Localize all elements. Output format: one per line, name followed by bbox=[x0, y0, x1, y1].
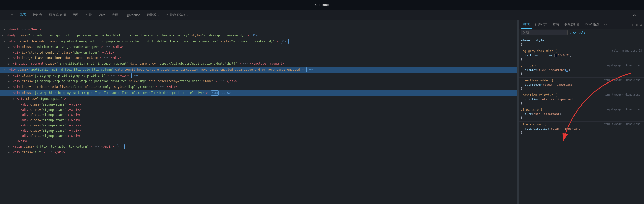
html-line[interactable]: <div class="position-relative js-header-… bbox=[0, 44, 517, 50]
tab-more[interactable]: >> bbox=[602, 21, 608, 28]
flex-badge: flex bbox=[306, 67, 314, 72]
css-source: temp-typogr···kens.scss: bbox=[604, 93, 642, 97]
grid-badge: ⊞ bbox=[565, 69, 568, 72]
inspect-icon[interactable]: ☰ bbox=[2, 13, 5, 17]
css-selector: .flex-auto { temp-typogr···kens.scss: bbox=[521, 107, 642, 112]
triangle[interactable] bbox=[4, 27, 7, 32]
new-rule-icon[interactable]: ⊞ bbox=[635, 23, 637, 27]
html-line-selected-dollar[interactable]: <div class="js-warp-hide bg-gray-dark-mk… bbox=[0, 90, 517, 96]
html-line[interactable]: </div> bbox=[0, 139, 517, 144]
html-line[interactable]: <div class="signup-stars" ></div> bbox=[0, 123, 517, 128]
elements-panel[interactable]: ... <head> ••• </head> <body class="logg… bbox=[0, 20, 518, 204]
triangle[interactable] bbox=[8, 61, 11, 67]
html-line-selected[interactable]: <div class="application-main d-flex flex… bbox=[0, 67, 517, 73]
devtools-tabs: ☰ □ 元素 控制台 源代码/来源 网络 性能 内存 应用 Lighthouse… bbox=[0, 10, 644, 20]
tab-memory[interactable]: 内存 bbox=[96, 11, 108, 19]
tab-elements[interactable]: 元素 bbox=[17, 11, 29, 19]
flex-badge: flex bbox=[117, 144, 125, 149]
tab-event-listeners[interactable]: 事件监听器 bbox=[561, 21, 582, 28]
html-line[interactable]: <div class="signup-stars" ></div> bbox=[0, 112, 517, 118]
html-line[interactable]: <head> ••• </head> bbox=[0, 27, 517, 32]
triangle[interactable] bbox=[8, 79, 11, 84]
css-property: overflow : ▶ hidden !important ; bbox=[521, 83, 642, 87]
html-line[interactable]: <include-fragment class="js-notification… bbox=[0, 61, 517, 67]
triangle[interactable] bbox=[8, 45, 11, 50]
more-options-icon[interactable]: ⋮ bbox=[638, 13, 642, 18]
html-line[interactable]: <div data-turbo-body class="logged-out e… bbox=[0, 38, 517, 45]
color-swatch[interactable] bbox=[554, 54, 557, 57]
html-line[interactable]: <main class="d-flex flex-auto flex-colum… bbox=[0, 144, 517, 150]
tab-recorder[interactable]: 记录器 及 bbox=[144, 11, 163, 19]
html-line[interactable]: <div class="signup-stars" ></div> bbox=[0, 118, 517, 123]
arrow-expand[interactable]: ▶ bbox=[541, 83, 542, 86]
browser-top-bar: → Continue bbox=[0, 0, 644, 10]
tab-layout[interactable]: 布局 bbox=[550, 21, 561, 28]
css-rule-d-flex: .d-flex { temp-typogr···kens.scss: displ… bbox=[519, 63, 644, 78]
css-selector: .overflow-hidden { temp-typogr···kens.sc… bbox=[521, 78, 642, 83]
tab-dom-breakpoints[interactable]: DOM 断点 bbox=[582, 21, 602, 28]
html-line[interactable]: <div id="js-flash-container" data-turbo-… bbox=[0, 55, 517, 61]
css-source: temp-typogr···kens.scss: bbox=[604, 79, 642, 82]
tab-application[interactable]: 应用 bbox=[109, 11, 121, 19]
css-rule-element-style: element.style { } bbox=[519, 37, 644, 48]
styles-tabs: 样式 计算样式 布局 事件监听器 DOM 断点 >> + ⊞ ⊡ bbox=[519, 20, 644, 29]
css-property: position : relative !important ; bbox=[521, 97, 642, 101]
css-selector: .position-relative { temp-typogr···kens.… bbox=[521, 93, 642, 97]
css-rule-flex-auto: .flex-auto { temp-typogr···kens.scss: fl… bbox=[519, 107, 644, 122]
css-source: color-modes.scss:13 bbox=[612, 49, 642, 53]
triangle[interactable] bbox=[8, 91, 11, 96]
html-line[interactable]: <div class="js-signup-warp-vid signup-wa… bbox=[0, 73, 517, 79]
triangle[interactable] bbox=[8, 144, 11, 149]
flex-badge: flex bbox=[211, 90, 219, 96]
css-selector: .flex-column { temp-typogr···kens.scss: bbox=[521, 122, 642, 127]
triangle[interactable] bbox=[8, 150, 11, 155]
html-line[interactable]: <div class="signup-stars" ></div> bbox=[0, 128, 517, 133]
css-selector: .d-flex { temp-typogr···kens.scss: bbox=[521, 63, 642, 68]
triangle[interactable] bbox=[8, 56, 11, 61]
add-style-icon[interactable]: + bbox=[631, 23, 633, 27]
css-property: display : flex !important ⊞ ; bbox=[521, 68, 642, 72]
triangle[interactable] bbox=[4, 67, 7, 73]
html-line[interactable]: <div class="signup-stars" ></div> bbox=[0, 133, 517, 139]
tab-lighthouse[interactable]: Lighthouse bbox=[122, 12, 143, 19]
css-rule-position-relative: .position-relative { temp-typogr···kens.… bbox=[519, 92, 644, 107]
tab-styles[interactable]: 样式 bbox=[521, 20, 532, 29]
css-property: background-color : #040d21 ; bbox=[521, 53, 642, 57]
tab-network[interactable]: 网络 bbox=[69, 11, 82, 19]
tab-perf-insights[interactable]: 性能数据分析 及 bbox=[164, 11, 192, 19]
css-selector: element.style { bbox=[521, 38, 642, 43]
triangle[interactable] bbox=[8, 73, 11, 78]
pseudo-class-filter[interactable]: :hov .cls bbox=[570, 31, 585, 34]
html-line[interactable]: <body class="logged-out env-production p… bbox=[0, 32, 517, 38]
css-rule-flex-column: .flex-column { temp-typogr···kens.scss: … bbox=[519, 122, 644, 136]
html-line[interactable]: <div class="signup-space" > bbox=[0, 96, 517, 102]
filter-input[interactable] bbox=[521, 30, 568, 35]
css-source: temp-typogr···kens.scss: bbox=[604, 64, 642, 68]
css-property: flex : auto !important ; bbox=[521, 112, 642, 116]
continue-button[interactable]: Continue bbox=[310, 2, 334, 8]
css-source: temp-typogr···kens.scss: bbox=[604, 108, 642, 112]
triangle[interactable] bbox=[13, 96, 15, 102]
settings-icon[interactable]: ⚙ bbox=[633, 13, 636, 18]
html-line[interactable]: <div class="signup-stars" ></div> bbox=[0, 102, 517, 107]
html-line[interactable]: ... bbox=[0, 21, 517, 27]
html-line[interactable]: <div class="z-2" > ••• </div> bbox=[0, 150, 517, 155]
tab-computed[interactable]: 计算样式 bbox=[532, 21, 550, 28]
tab-performance[interactable]: 性能 bbox=[83, 11, 95, 19]
html-line[interactable]: <div class="signup-stars" ></div> bbox=[0, 107, 517, 112]
tab-toggle[interactable]: □ bbox=[8, 12, 16, 19]
css-selector: .bg-gray-dark-mktg { color-modes.scss:13 bbox=[521, 49, 642, 53]
triangle[interactable] bbox=[4, 39, 7, 44]
html-line[interactable]: <div id="video-desc" aria-live="polite" … bbox=[0, 84, 517, 90]
triangle[interactable] bbox=[8, 85, 11, 90]
main-content: ... <head> ••• </head> <body class="logg… bbox=[0, 20, 644, 204]
triangle[interactable] bbox=[2, 33, 5, 38]
html-line[interactable]: <div id="start-of-content" class="show-o… bbox=[0, 50, 517, 55]
expand-icon[interactable]: ⊡ bbox=[640, 23, 642, 27]
html-line[interactable]: <div class="js-signup-warp-bg signup-war… bbox=[0, 79, 517, 84]
flex-badge: flex bbox=[252, 33, 260, 38]
css-rule-bg-gray-dark: .bg-gray-dark-mktg { color-modes.scss:13… bbox=[519, 48, 644, 63]
tab-sources[interactable]: 源代码/来源 bbox=[46, 11, 69, 19]
tab-console[interactable]: 控制台 bbox=[30, 11, 45, 19]
styles-content: element.style { } .bg-gray-dark-mktg { c… bbox=[519, 36, 644, 204]
